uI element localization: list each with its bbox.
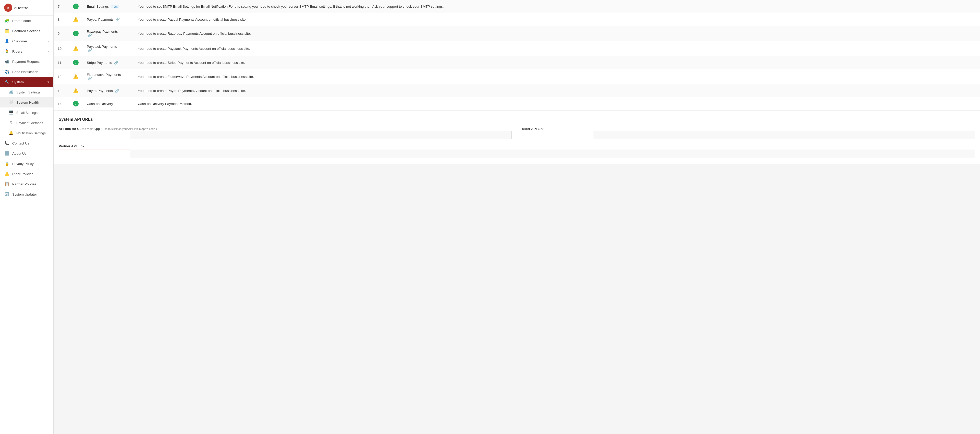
api-section-title: System API URLs: [59, 117, 975, 122]
status-cell: ✓: [69, 26, 83, 41]
table-row: 10 ⚠️ Paystack Payments🔗 You need to cre…: [54, 41, 980, 56]
item-name: Flutterwave Payments🔗: [83, 69, 134, 84]
link-icon[interactable]: 🔗: [115, 89, 119, 93]
item-name: Paytm Payments 🔗: [83, 84, 134, 97]
sidebar-item-system[interactable]: 🔧 System ∨: [0, 77, 53, 87]
row-number: 11: [54, 56, 69, 69]
sidebar-item-label: System Health: [16, 101, 39, 104]
layers-icon: 🗂️: [4, 29, 10, 33]
item-description: You need to create Paytm Payments Accoun…: [134, 84, 980, 97]
status-ok-icon: ✓: [73, 101, 79, 107]
sidebar-item-notification-settings[interactable]: 🔔 Notification Settings: [0, 128, 53, 138]
sidebar-item-partner-policies[interactable]: 📋 Partner Policies: [0, 179, 53, 189]
row-number: 8: [54, 13, 69, 26]
monitor-icon: 🖥️: [8, 110, 14, 115]
sidebar-item-label: System Updater: [12, 193, 37, 196]
logo-icon: e: [4, 3, 12, 12]
sidebar-item-label: Privacy Policy: [12, 162, 34, 166]
partner-api-field: Partner API Link: [59, 144, 975, 158]
sidebar-item-label: About Us: [12, 152, 27, 155]
sidebar-item-customer[interactable]: 👤 Customer ‹: [0, 36, 53, 46]
link-icon[interactable]: 🔗: [114, 61, 118, 65]
row-number: 10: [54, 41, 69, 56]
sidebar-item-label: Riders: [12, 49, 22, 53]
sidebar-item-payment-methods[interactable]: ₹ Payment Methods: [0, 118, 53, 128]
sidebar-item-featured-sections[interactable]: 🗂️ Featured Sections ‹: [0, 26, 53, 36]
table-row: 9 ✓ Razorpay Payments🔗 You need to creat…: [54, 26, 980, 41]
partner-api-label: Partner API Link: [59, 144, 975, 148]
item-name: Paypal Payments 🔗: [83, 13, 134, 26]
sidebar-item-payment-request[interactable]: 📹 Payment Request: [0, 56, 53, 67]
phone-icon: 📞: [4, 141, 10, 145]
settings-icon: ⚙️: [8, 90, 14, 94]
chevron-icon: ‹: [48, 40, 49, 43]
sidebar: e eRestro 🧩 Promo code 🗂️ Featured Secti…: [0, 0, 54, 434]
sidebar-item-promo-code[interactable]: 🧩 Promo code: [0, 16, 53, 26]
status-cell: ⚠️: [69, 69, 83, 84]
sidebar-item-send-notification[interactable]: ✈️ Send Notification: [0, 67, 53, 77]
sidebar-item-about-us[interactable]: ℹ️ About Us: [0, 148, 53, 158]
item-description: You need to create Paystack Payments Acc…: [134, 41, 980, 56]
status-cell: ⚠️: [69, 84, 83, 97]
bike-icon: 🚴: [4, 49, 10, 54]
sidebar-item-label: Email Settings: [16, 111, 38, 115]
item-description: You need to create Stripe Payments Accou…: [134, 56, 980, 69]
status-cell: ✓: [69, 56, 83, 69]
test-badge[interactable]: Test: [111, 5, 119, 8]
sidebar-item-system-settings[interactable]: ⚙️ System Settings: [0, 87, 53, 97]
item-name: Razorpay Payments🔗: [83, 26, 134, 41]
link-icon[interactable]: 🔗: [88, 34, 92, 37]
partner-api-ext-input[interactable]: [130, 150, 975, 158]
document-icon: 📋: [4, 182, 10, 187]
link-icon[interactable]: 🔗: [88, 48, 92, 52]
bell-icon: 🔔: [8, 131, 14, 135]
sidebar-item-label: System: [12, 80, 24, 84]
table-row: 14 ✓ Cash on Delivery Cash on Delivery P…: [54, 97, 980, 110]
item-description: Cash on Delivery Payment Method.: [134, 97, 980, 110]
status-ok-icon: ✓: [73, 60, 79, 65]
sidebar-item-label: Rider Policies: [12, 172, 33, 176]
sidebar-item-email-settings[interactable]: 🖥️ Email Settings: [0, 107, 53, 118]
row-number: 9: [54, 26, 69, 41]
status-ok-icon: ✓: [73, 30, 79, 36]
sidebar-item-system-updater[interactable]: 🔄 System Updater: [0, 189, 53, 199]
link-icon[interactable]: 🔗: [116, 18, 120, 21]
rider-api-input[interactable]: [522, 131, 593, 139]
customer-app-label: API link for Customer App ( Use this lin…: [59, 127, 512, 131]
sidebar-item-label: Payment Request: [12, 60, 40, 64]
row-number: 13: [54, 84, 69, 97]
rider-api-ext-input[interactable]: [593, 131, 975, 139]
customer-app-api-field: API link for Customer App ( Use this lin…: [59, 127, 512, 139]
table-row: 7 ✓ Email Settings Test You need to set …: [54, 0, 980, 13]
person-icon: 👤: [4, 39, 10, 43]
item-name: Stripe Payments 🔗: [83, 56, 134, 69]
content-area: 7 ✓ Email Settings Test You need to set …: [54, 0, 980, 110]
row-number: 12: [54, 69, 69, 84]
puzzle-icon: 🧩: [4, 18, 10, 23]
sidebar-item-riders[interactable]: 🚴 Riders ‹: [0, 46, 53, 56]
table-row: 11 ✓ Stripe Payments 🔗 You need to creat…: [54, 56, 980, 69]
rider-api-label: Rider API Link: [522, 127, 975, 131]
status-ok-icon: ✓: [73, 3, 79, 9]
rider-api-field: Rider API Link: [522, 127, 975, 139]
sidebar-item-rider-policies[interactable]: ⚠️ Rider Policies: [0, 169, 53, 179]
status-warn-icon: ⚠️: [73, 88, 79, 93]
sidebar-item-privacy-policy[interactable]: 🔒 Privacy Policy: [0, 158, 53, 169]
customer-app-input[interactable]: [59, 131, 130, 139]
chevron-icon: ‹: [48, 50, 49, 53]
rupee-icon: ₹: [8, 121, 14, 125]
item-description: You need to create Razorpay Payments Acc…: [134, 26, 980, 41]
item-description: You need to create Paypal Payments Accou…: [134, 13, 980, 26]
partner-api-input[interactable]: [59, 150, 130, 158]
sidebar-item-system-health[interactable]: 🤍 System Health: [0, 97, 53, 107]
item-name: Email Settings Test: [83, 0, 134, 13]
sidebar-item-label: Partner Policies: [12, 182, 37, 186]
item-name: Paystack Payments🔗: [83, 41, 134, 56]
customer-app-ext-input[interactable]: [130, 131, 512, 139]
sidebar-item-contact-us[interactable]: 📞 Contact Us: [0, 138, 53, 148]
link-icon[interactable]: 🔗: [88, 77, 92, 80]
table-row: 13 ⚠️ Paytm Payments 🔗 You need to creat…: [54, 84, 980, 97]
status-cell: ⚠️: [69, 41, 83, 56]
row-number: 14: [54, 97, 69, 110]
logo-area: e eRestro: [0, 0, 53, 16]
